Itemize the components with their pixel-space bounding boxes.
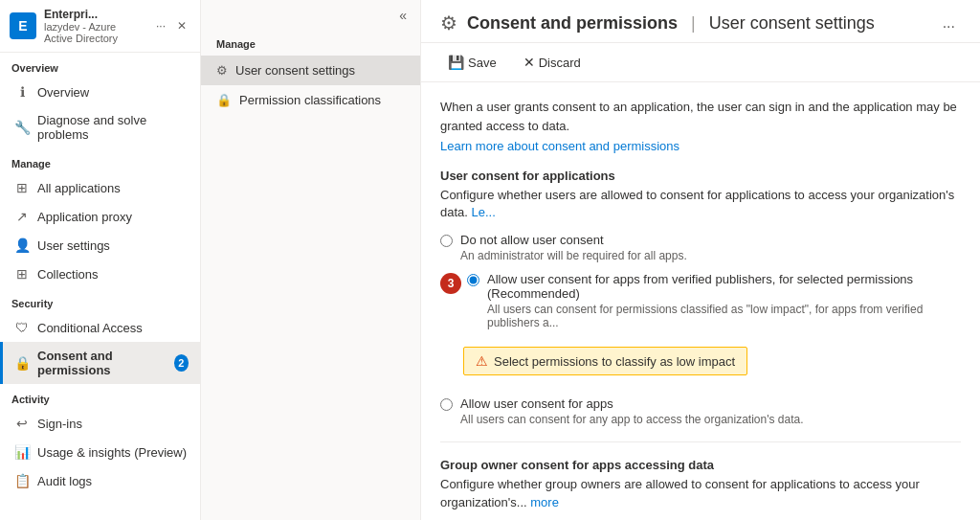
sidebar-item-all-applications[interactable]: ⊞ All applications [0, 173, 200, 202]
radio-verified-consent-row: 3 Allow user consent for apps from verif… [440, 272, 961, 329]
radio-no-consent: Do not allow user consent An administrat… [440, 233, 961, 262]
collapse-button[interactable]: « [393, 6, 412, 25]
consent-badge: 2 [174, 354, 189, 372]
sidebar-header: E Enterpri... lazydev - Azure Active Dir… [0, 0, 200, 53]
page-header: ⚙ Consent and permissions | User consent… [421, 0, 980, 43]
wrench-icon: 🔧 [14, 120, 30, 135]
manage-label: Manage [201, 31, 420, 56]
section-security-label: Security [0, 288, 200, 313]
close-icon[interactable]: ✕ [173, 17, 190, 34]
sign-in-icon: ↩ [14, 416, 30, 431]
insights-icon: 📊 [14, 444, 30, 460]
sidebar-item-sign-ins[interactable]: ↩ Sign-ins [0, 409, 200, 438]
sidebar-item-application-proxy[interactable]: ↗ Application proxy [0, 202, 200, 231]
user-consent-section-title: User consent for applications [440, 169, 961, 183]
discard-button[interactable]: ✕ Discard [516, 51, 589, 74]
radio-no-consent-label: Do not allow user consent [460, 233, 687, 247]
sidebar-item-overview[interactable]: ℹ Overview [0, 78, 200, 106]
proxy-icon: ↗ [14, 209, 30, 224]
warning-link-text: Select permissions to classify as low im… [494, 354, 735, 369]
logo-letter: E [18, 18, 27, 34]
group-consent-desc: Configure whether group owners are allow… [440, 476, 961, 510]
grid-icon: ⊞ [14, 180, 30, 195]
page-header-icon: ⚙ [440, 11, 457, 34]
sidebar: E Enterpri... lazydev - Azure Active Dir… [0, 0, 201, 520]
sidebar-all-apps-label: All applications [37, 181, 121, 195]
sidebar-app-proxy-label: Application proxy [37, 210, 132, 224]
save-icon: 💾 [448, 55, 464, 70]
section-divider [440, 441, 961, 442]
title-separator: | [691, 13, 696, 34]
sidebar-item-consent-permissions[interactable]: 🔒 Consent and permissions 2 [0, 342, 200, 384]
more-options-icon[interactable]: ... [937, 12, 961, 34]
radio-verified-consent-desc: All users can consent for permissions cl… [487, 303, 961, 329]
audit-icon: 📋 [14, 473, 30, 488]
sidebar-collections-label: Collections [37, 267, 99, 282]
app-subtitle: lazydev - Azure Active Directory [44, 21, 145, 44]
radio-all-consent-desc: All users can consent for any app to acc… [460, 413, 804, 426]
app-title: Enterpri... [44, 8, 145, 21]
warning-icon: ⚠ [476, 353, 488, 369]
user-consent-icon: ⚙ [216, 63, 228, 78]
user-consent-learn-more[interactable]: Le... [472, 205, 496, 219]
user-consent-section-desc: Configure whether users are allowed to c… [440, 187, 961, 221]
content-body: When a user grants consent to an applica… [421, 82, 980, 520]
consent-icon: 🔒 [14, 355, 30, 371]
user-consent-label: User consent settings [235, 63, 355, 78]
section-manage-label: Manage [0, 148, 200, 173]
discard-icon: ✕ [523, 55, 535, 70]
middle-collapse: « [201, 0, 420, 31]
collections-icon: ⊞ [14, 266, 30, 282]
group-consent-more-link[interactable]: more [530, 495, 559, 509]
content-intro: When a user grants consent to an applica… [440, 98, 961, 135]
annotation-3-badge: 3 [440, 273, 461, 294]
middle-panel: « Manage ⚙ User consent settings 🔒 Permi… [201, 0, 421, 520]
group-consent-title: Group owner consent for apps accessing d… [440, 458, 961, 472]
page-subtitle: User consent settings [709, 13, 875, 34]
sidebar-overview-label: Overview [37, 85, 89, 100]
sidebar-header-icons: ··· ✕ [152, 17, 190, 34]
conditional-access-icon: 🛡 [14, 320, 30, 335]
middle-item-user-consent[interactable]: ⚙ User consent settings [201, 56, 420, 85]
permission-class-label: Permission classifications [239, 93, 381, 107]
user-icon: 👤 [14, 237, 30, 253]
info-icon: ℹ [14, 84, 30, 100]
radio-all-consent-label: Allow user consent for apps [460, 396, 804, 411]
save-label: Save [468, 56, 497, 70]
save-button[interactable]: 💾 Save [440, 51, 504, 74]
radio-no-consent-input[interactable] [440, 235, 453, 247]
sidebar-user-settings-label: User settings [37, 238, 110, 253]
sidebar-usage-label: Usage & insights (Preview) [37, 445, 187, 460]
sidebar-diagnose-label: Diagnose and solve problems [37, 113, 189, 142]
sidebar-item-collections[interactable]: ⊞ Collections [0, 260, 200, 288]
ellipsis-icon[interactable]: ··· [152, 17, 169, 34]
section-activity-label: Activity [0, 384, 200, 409]
sidebar-consent-label: Consent and permissions [37, 349, 167, 377]
section-overview-label: Overview [0, 53, 200, 78]
sidebar-title-area: Enterpri... lazydev - Azure Active Direc… [44, 8, 145, 44]
permission-class-icon: 🔒 [216, 93, 232, 107]
app-logo: E [10, 12, 36, 39]
learn-more-link[interactable]: Learn more about consent and permissions [440, 139, 679, 153]
sidebar-item-usage-insights[interactable]: 📊 Usage & insights (Preview) [0, 438, 200, 466]
radio-verified-consent-input[interactable] [467, 274, 479, 286]
sidebar-sign-ins-label: Sign-ins [37, 417, 82, 431]
warning-link[interactable]: ⚠ Select permissions to classify as low … [463, 347, 747, 375]
sidebar-item-audit-logs[interactable]: 📋 Audit logs [0, 466, 200, 495]
sidebar-item-user-settings[interactable]: 👤 User settings [0, 231, 200, 260]
radio-no-consent-desc: An administrator will be required for al… [460, 249, 687, 262]
page-title: Consent and permissions [467, 13, 678, 34]
discard-label: Discard [539, 56, 581, 70]
main-content: ⚙ Consent and permissions | User consent… [421, 0, 980, 520]
middle-item-permission-classifications[interactable]: 🔒 Permission classifications [201, 85, 420, 115]
sidebar-audit-label: Audit logs [37, 474, 92, 488]
radio-verified-consent: Allow user consent for apps from verifie… [467, 272, 961, 329]
user-consent-radio-group: Do not allow user consent An administrat… [440, 233, 961, 426]
sidebar-item-conditional-access[interactable]: 🛡 Conditional Access [0, 313, 200, 342]
sidebar-item-diagnose[interactable]: 🔧 Diagnose and solve problems [0, 106, 200, 148]
radio-verified-consent-label: Allow user consent for apps from verifie… [487, 272, 961, 301]
radio-all-consent-input[interactable] [440, 398, 453, 411]
radio-all-consent: Allow user consent for apps All users ca… [440, 396, 961, 426]
toolbar: 💾 Save ✕ Discard [421, 43, 980, 82]
sidebar-conditional-access-label: Conditional Access [37, 321, 143, 335]
